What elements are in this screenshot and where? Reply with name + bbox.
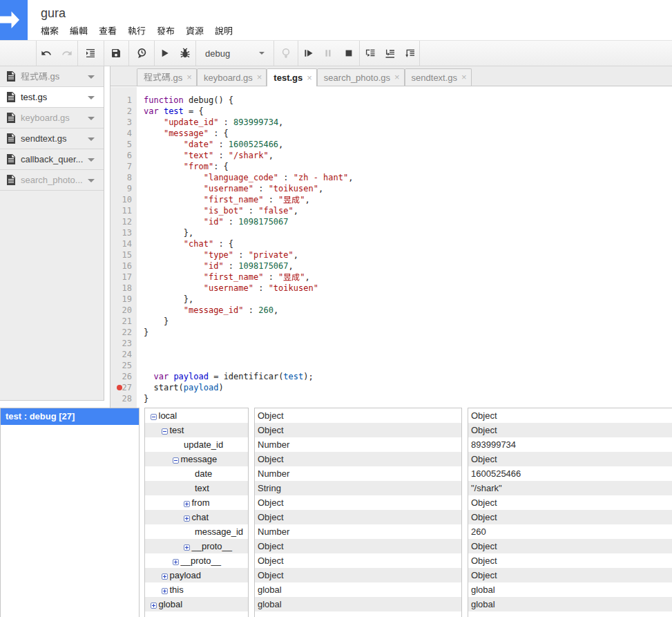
variable-row-name[interactable]: text — [145, 481, 248, 495]
expand-icon[interactable] — [184, 544, 190, 551]
variable-row-name[interactable]: message — [145, 452, 248, 466]
close-icon[interactable]: × — [257, 74, 262, 81]
step-over-button[interactable] — [359, 43, 379, 64]
variable-row-name[interactable]: global — [145, 597, 248, 611]
tab--.gs[interactable]: .gs× — [137, 68, 197, 86]
step-in-button[interactable] — [379, 43, 399, 64]
code-content[interactable]: function debug() {var test = { "update_i… — [137, 87, 353, 408]
sidebar-file-search_photo...[interactable]: search_photo... — [0, 170, 104, 191]
line-number[interactable]: 26 — [111, 371, 137, 382]
menu-item-file[interactable] — [35, 25, 64, 37]
variable-row-name[interactable]: date — [145, 466, 248, 481]
chevron-down-icon[interactable] — [88, 158, 95, 162]
collapse-icon[interactable] — [162, 428, 168, 435]
line-number[interactable]: 21 — [111, 316, 137, 327]
tab-search_photo.gs[interactable]: search_photo.gs× — [317, 68, 405, 86]
indent-button[interactable] — [77, 43, 104, 64]
menu-item-help[interactable] — [209, 25, 238, 37]
line-number[interactable]: 17 — [111, 272, 137, 283]
variable-type: Object — [255, 570, 284, 580]
expand-icon[interactable] — [184, 515, 190, 522]
variable-row-type: Object — [255, 408, 461, 423]
sidebar-file-sendtext.gs[interactable]: sendtext.gs — [0, 129, 104, 149]
line-number[interactable]: 6 — [111, 150, 137, 161]
tab-test.gs[interactable]: test.gs× — [267, 68, 317, 86]
line-number[interactable]: 5 — [111, 139, 137, 150]
expand-icon[interactable] — [162, 573, 168, 580]
save-button[interactable] — [104, 43, 128, 64]
function-dropdown[interactable]: debug — [195, 41, 273, 66]
chevron-down-icon[interactable] — [88, 137, 95, 141]
line-number[interactable]: 28 — [111, 393, 137, 404]
variable-row-name[interactable]: update_id — [145, 437, 248, 452]
variable-row-name[interactable]: chat — [145, 510, 248, 524]
variable-row-name[interactable]: __proto__ — [145, 553, 248, 568]
call-stack-frame[interactable]: test : debug [27] — [1, 408, 139, 425]
menu-item-resources[interactable] — [180, 25, 209, 37]
line-number[interactable]: 3 — [111, 117, 137, 128]
line-number[interactable]: 11 — [111, 205, 137, 216]
line-number[interactable]: 9 — [111, 183, 137, 194]
menu-item-edit[interactable] — [64, 25, 93, 37]
variable-row-name[interactable]: from — [145, 495, 248, 510]
menu-item-run[interactable] — [122, 25, 151, 37]
tab-sendtext.gs[interactable]: sendtext.gs× — [405, 68, 472, 86]
line-number[interactable]: 15 — [111, 249, 137, 260]
line-number[interactable]: 22 — [111, 327, 137, 338]
line-number[interactable]: 4 — [111, 128, 137, 139]
run-button[interactable] — [154, 43, 175, 64]
menu-item-publish[interactable] — [151, 25, 180, 37]
close-icon[interactable]: × — [307, 75, 312, 82]
variable-row-type: Object — [255, 539, 461, 553]
expand-icon[interactable] — [184, 501, 190, 507]
execution-transcript-button[interactable] — [128, 43, 154, 64]
expand-icon[interactable] — [162, 588, 168, 594]
line-number[interactable]: 8 — [111, 172, 137, 183]
chevron-down-icon[interactable] — [88, 117, 95, 120]
line-number[interactable]: 23 — [111, 338, 137, 349]
collapse-icon[interactable] — [151, 414, 157, 420]
stop-button[interactable] — [338, 43, 359, 64]
line-number[interactable]: 20 — [111, 305, 137, 316]
variable-row-name[interactable]: payload — [145, 568, 248, 582]
menu-item-view[interactable] — [93, 25, 122, 37]
expand-icon[interactable] — [173, 559, 179, 565]
sidebar-file-callback_quer...[interactable]: callback_quer... — [0, 149, 104, 170]
line-number[interactable]: 7 — [111, 161, 137, 172]
chevron-down-icon[interactable] — [88, 75, 95, 79]
variable-row-name[interactable]: test — [145, 423, 248, 437]
line-number[interactable]: 25 — [111, 360, 137, 371]
code-area[interactable]: 1234567891011121314151617181920212223242… — [111, 87, 672, 408]
line-number[interactable]: 12 — [111, 216, 137, 227]
tab-keyboard.gs[interactable]: keyboard.gs× — [197, 68, 267, 86]
sidebar-file-test.gs[interactable]: test.gs — [0, 87, 104, 108]
variable-row-name[interactable]: this — [145, 582, 248, 597]
step-out-button[interactable] — [399, 43, 419, 64]
chevron-down-icon[interactable] — [88, 96, 95, 99]
undo-button[interactable] — [36, 43, 57, 64]
sidebar-file-keyboard.gs[interactable]: keyboard.gs — [0, 108, 104, 129]
line-number[interactable]: 19 — [111, 294, 137, 305]
close-icon[interactable]: × — [461, 74, 467, 81]
variable-row-name[interactable]: message_id — [145, 524, 248, 539]
variable-row-name[interactable]: local — [145, 408, 248, 423]
line-number[interactable]: 27 — [111, 382, 137, 393]
sidebar-file--.gs[interactable]: .gs — [0, 66, 104, 87]
line-number[interactable]: 18 — [111, 283, 137, 294]
line-number[interactable]: 13 — [111, 227, 137, 238]
resume-button[interactable] — [298, 43, 318, 64]
chevron-down-icon[interactable] — [88, 179, 95, 182]
line-number[interactable]: 14 — [111, 238, 137, 249]
line-number[interactable]: 2 — [111, 106, 137, 117]
line-number[interactable]: 24 — [111, 349, 137, 360]
variable-row-name[interactable]: __proto__ — [145, 539, 248, 553]
close-icon[interactable]: × — [394, 74, 400, 81]
debug-button[interactable] — [175, 43, 195, 64]
line-number[interactable]: 1 — [111, 95, 137, 106]
line-number[interactable]: 16 — [111, 260, 137, 272]
expand-icon[interactable] — [151, 602, 157, 609]
collapse-icon[interactable] — [173, 457, 179, 464]
line-number[interactable]: 10 — [111, 194, 137, 205]
close-icon[interactable]: × — [186, 74, 192, 81]
line-number-gutter[interactable]: 1234567891011121314151617181920212223242… — [111, 87, 137, 408]
